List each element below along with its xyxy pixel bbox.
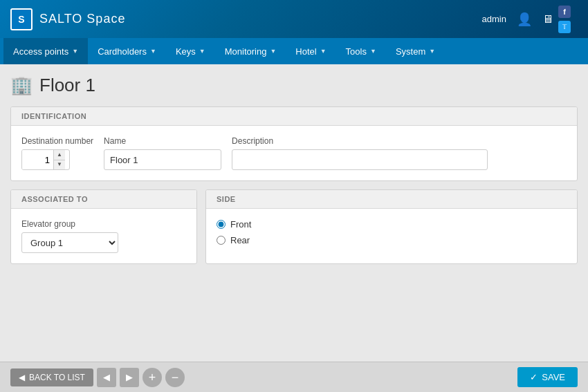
elevator-group-group: Elevator group Group 1 Group 2 Group 3 [21, 219, 186, 253]
destination-number-group: Destination number ▲ ▼ [21, 136, 93, 170]
associated-to-body: Elevator group Group 1 Group 2 Group 3 [11, 209, 196, 263]
chevron-down-icon: ▼ [270, 48, 276, 55]
back-to-list-label: BACK TO LIST [29, 373, 85, 382]
chevron-down-icon: ▼ [429, 48, 435, 55]
associated-to-header: ASSOCIATED TO [11, 190, 196, 209]
page-title: Floor 1 [39, 75, 95, 96]
nav-item-hotel[interactable]: Hotel ▼ [286, 38, 336, 64]
elevator-group-label: Elevator group [21, 219, 186, 229]
chevron-down-icon: ▼ [199, 48, 205, 55]
add-button[interactable]: + [143, 368, 162, 387]
associated-to-card: ASSOCIATED TO Elevator group Group 1 Gro… [10, 189, 197, 264]
chevron-down-icon: ▼ [370, 48, 376, 55]
identification-body: Destination number ▲ ▼ Name Description [11, 126, 577, 180]
side-rear-label: Rear [230, 235, 250, 245]
side-header: SIDE [206, 190, 577, 209]
side-front-radio[interactable]: Front [217, 219, 567, 230]
description-label: Description [232, 136, 488, 146]
footer-bar: ◀ BACK TO LIST ◀ ▶ + − ✓ SAVE [0, 362, 588, 392]
destination-number-spinner[interactable]: ▲ ▼ [21, 149, 70, 170]
side-body: Front Rear [206, 209, 577, 256]
navbar: Access points ▼ Cardholders ▼ Keys ▼ Mon… [0, 38, 588, 64]
logo-icon: S [10, 8, 33, 30]
nav-item-system[interactable]: System ▼ [386, 38, 445, 64]
header-right: admin 👤 🖥 f 𝕋 [482, 2, 578, 37]
side-front-input[interactable] [217, 220, 226, 229]
identification-card: IDENTIFICATION Destination number ▲ ▼ Na… [10, 106, 578, 181]
prev-button[interactable]: ◀ [97, 368, 116, 387]
page-title-row: 🏢 Floor 1 [10, 75, 578, 96]
spinner-buttons: ▲ ▼ [53, 150, 65, 169]
chevron-down-icon: ▼ [150, 48, 156, 55]
side-rear-input[interactable] [217, 236, 226, 245]
nav-item-access-points[interactable]: Access points ▼ [3, 38, 88, 64]
checkmark-icon: ✓ [530, 372, 538, 382]
next-button[interactable]: ▶ [120, 368, 139, 387]
save-label: SAVE [542, 372, 565, 382]
monitor-icon[interactable]: 🖥 [542, 13, 553, 26]
nav-item-tools[interactable]: Tools ▼ [336, 38, 386, 64]
admin-label: admin [482, 14, 506, 24]
description-group: Description [232, 136, 488, 170]
logo-area: S SALTO Space [10, 8, 125, 30]
back-arrow-icon: ◀ [19, 373, 25, 382]
name-group: Name [104, 136, 221, 170]
name-label: Name [104, 136, 221, 146]
logo-text: SALTO Space [39, 12, 125, 26]
name-input[interactable] [104, 149, 221, 170]
spinner-up-button[interactable]: ▲ [53, 150, 65, 160]
back-to-list-button[interactable]: ◀ BACK TO LIST [10, 368, 93, 386]
user-icon[interactable]: 👤 [517, 12, 532, 27]
save-button[interactable]: ✓ SAVE [517, 367, 578, 387]
side-radio-group: Front Rear [217, 219, 567, 245]
identification-header: IDENTIFICATION [11, 107, 577, 126]
floor-icon: 🏢 [10, 75, 33, 96]
nav-item-cardholders[interactable]: Cardholders ▼ [88, 38, 166, 64]
identification-form-row: Destination number ▲ ▼ Name Description [21, 136, 567, 170]
facebook-icon[interactable]: f [558, 6, 571, 18]
twitter-icon[interactable]: 𝕋 [558, 21, 571, 33]
nav-item-keys[interactable]: Keys ▼ [166, 38, 215, 64]
destination-number-input[interactable] [22, 150, 53, 169]
chevron-down-icon: ▼ [320, 48, 327, 55]
side-card: SIDE Front Rear [205, 189, 578, 264]
destination-number-label: Destination number [21, 136, 93, 146]
page-content: 🏢 Floor 1 IDENTIFICATION Destination num… [0, 64, 588, 264]
spinner-down-button[interactable]: ▼ [53, 160, 65, 170]
description-input[interactable] [232, 149, 488, 170]
nav-item-monitoring[interactable]: Monitoring ▼ [215, 38, 286, 64]
chevron-down-icon: ▼ [72, 48, 78, 55]
footer-left: ◀ BACK TO LIST ◀ ▶ + − [10, 368, 185, 387]
header: S SALTO Space admin 👤 🖥 f 𝕋 [0, 0, 588, 38]
side-rear-radio[interactable]: Rear [217, 235, 567, 245]
elevator-group-select[interactable]: Group 1 Group 2 Group 3 [21, 232, 118, 253]
remove-button[interactable]: − [165, 368, 185, 387]
side-front-label: Front [230, 219, 251, 230]
lower-cards-row: ASSOCIATED TO Elevator group Group 1 Gro… [10, 189, 578, 264]
